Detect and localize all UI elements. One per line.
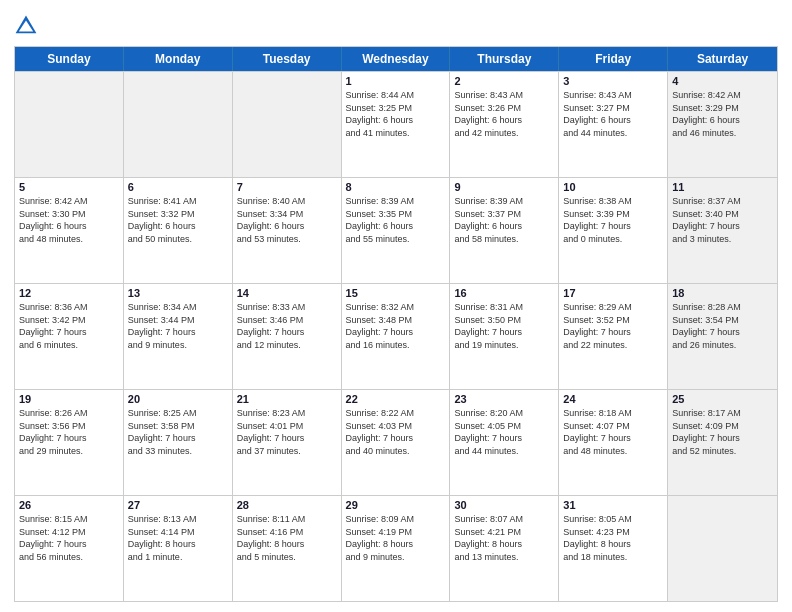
calendar-cell: 12Sunrise: 8:36 AM Sunset: 3:42 PM Dayli… [15,284,124,389]
calendar-week: 26Sunrise: 8:15 AM Sunset: 4:12 PM Dayli… [15,495,777,601]
day-number: 21 [237,393,337,405]
day-info: Sunrise: 8:15 AM Sunset: 4:12 PM Dayligh… [19,513,119,563]
day-number: 1 [346,75,446,87]
calendar-cell: 17Sunrise: 8:29 AM Sunset: 3:52 PM Dayli… [559,284,668,389]
day-info: Sunrise: 8:44 AM Sunset: 3:25 PM Dayligh… [346,89,446,139]
header-day: Wednesday [342,47,451,71]
day-info: Sunrise: 8:43 AM Sunset: 3:27 PM Dayligh… [563,89,663,139]
calendar-cell: 8Sunrise: 8:39 AM Sunset: 3:35 PM Daylig… [342,178,451,283]
calendar-week: 19Sunrise: 8:26 AM Sunset: 3:56 PM Dayli… [15,389,777,495]
calendar-cell: 20Sunrise: 8:25 AM Sunset: 3:58 PM Dayli… [124,390,233,495]
calendar-cell [668,496,777,601]
day-number: 18 [672,287,773,299]
day-info: Sunrise: 8:42 AM Sunset: 3:29 PM Dayligh… [672,89,773,139]
logo [14,14,42,38]
day-number: 3 [563,75,663,87]
day-info: Sunrise: 8:31 AM Sunset: 3:50 PM Dayligh… [454,301,554,351]
header-day: Sunday [15,47,124,71]
calendar-cell: 4Sunrise: 8:42 AM Sunset: 3:29 PM Daylig… [668,72,777,177]
calendar-cell: 11Sunrise: 8:37 AM Sunset: 3:40 PM Dayli… [668,178,777,283]
header-day: Tuesday [233,47,342,71]
day-number: 27 [128,499,228,511]
day-number: 19 [19,393,119,405]
header-day: Saturday [668,47,777,71]
day-info: Sunrise: 8:26 AM Sunset: 3:56 PM Dayligh… [19,407,119,457]
calendar-cell: 29Sunrise: 8:09 AM Sunset: 4:19 PM Dayli… [342,496,451,601]
day-number: 12 [19,287,119,299]
day-number: 16 [454,287,554,299]
calendar-cell: 19Sunrise: 8:26 AM Sunset: 3:56 PM Dayli… [15,390,124,495]
calendar-cell: 10Sunrise: 8:38 AM Sunset: 3:39 PM Dayli… [559,178,668,283]
day-number: 2 [454,75,554,87]
calendar-cell: 22Sunrise: 8:22 AM Sunset: 4:03 PM Dayli… [342,390,451,495]
day-number: 14 [237,287,337,299]
day-number: 11 [672,181,773,193]
calendar-body: 1Sunrise: 8:44 AM Sunset: 3:25 PM Daylig… [15,71,777,601]
day-number: 13 [128,287,228,299]
day-number: 5 [19,181,119,193]
day-info: Sunrise: 8:09 AM Sunset: 4:19 PM Dayligh… [346,513,446,563]
day-number: 8 [346,181,446,193]
page: SundayMondayTuesdayWednesdayThursdayFrid… [0,0,792,612]
calendar-cell: 2Sunrise: 8:43 AM Sunset: 3:26 PM Daylig… [450,72,559,177]
calendar-cell: 31Sunrise: 8:05 AM Sunset: 4:23 PM Dayli… [559,496,668,601]
calendar-cell: 24Sunrise: 8:18 AM Sunset: 4:07 PM Dayli… [559,390,668,495]
day-info: Sunrise: 8:33 AM Sunset: 3:46 PM Dayligh… [237,301,337,351]
day-info: Sunrise: 8:43 AM Sunset: 3:26 PM Dayligh… [454,89,554,139]
calendar-cell: 23Sunrise: 8:20 AM Sunset: 4:05 PM Dayli… [450,390,559,495]
day-number: 7 [237,181,337,193]
calendar-cell: 18Sunrise: 8:28 AM Sunset: 3:54 PM Dayli… [668,284,777,389]
day-info: Sunrise: 8:39 AM Sunset: 3:35 PM Dayligh… [346,195,446,245]
calendar-cell: 21Sunrise: 8:23 AM Sunset: 4:01 PM Dayli… [233,390,342,495]
calendar-cell [233,72,342,177]
logo-icon [14,14,38,38]
day-info: Sunrise: 8:36 AM Sunset: 3:42 PM Dayligh… [19,301,119,351]
day-info: Sunrise: 8:42 AM Sunset: 3:30 PM Dayligh… [19,195,119,245]
day-number: 25 [672,393,773,405]
header [14,10,778,38]
day-number: 23 [454,393,554,405]
day-number: 26 [19,499,119,511]
day-info: Sunrise: 8:22 AM Sunset: 4:03 PM Dayligh… [346,407,446,457]
header-day: Monday [124,47,233,71]
day-number: 30 [454,499,554,511]
calendar-week: 12Sunrise: 8:36 AM Sunset: 3:42 PM Dayli… [15,283,777,389]
calendar-cell: 30Sunrise: 8:07 AM Sunset: 4:21 PM Dayli… [450,496,559,601]
day-number: 22 [346,393,446,405]
calendar-cell: 27Sunrise: 8:13 AM Sunset: 4:14 PM Dayli… [124,496,233,601]
day-info: Sunrise: 8:17 AM Sunset: 4:09 PM Dayligh… [672,407,773,457]
header-day: Friday [559,47,668,71]
day-number: 28 [237,499,337,511]
day-info: Sunrise: 8:13 AM Sunset: 4:14 PM Dayligh… [128,513,228,563]
calendar-week: 5Sunrise: 8:42 AM Sunset: 3:30 PM Daylig… [15,177,777,283]
day-number: 6 [128,181,228,193]
calendar-cell [124,72,233,177]
calendar-cell: 13Sunrise: 8:34 AM Sunset: 3:44 PM Dayli… [124,284,233,389]
day-number: 29 [346,499,446,511]
calendar: SundayMondayTuesdayWednesdayThursdayFrid… [14,46,778,602]
day-info: Sunrise: 8:25 AM Sunset: 3:58 PM Dayligh… [128,407,228,457]
calendar-header: SundayMondayTuesdayWednesdayThursdayFrid… [15,47,777,71]
header-day: Thursday [450,47,559,71]
day-info: Sunrise: 8:32 AM Sunset: 3:48 PM Dayligh… [346,301,446,351]
day-info: Sunrise: 8:34 AM Sunset: 3:44 PM Dayligh… [128,301,228,351]
day-info: Sunrise: 8:23 AM Sunset: 4:01 PM Dayligh… [237,407,337,457]
day-number: 4 [672,75,773,87]
day-number: 20 [128,393,228,405]
day-info: Sunrise: 8:40 AM Sunset: 3:34 PM Dayligh… [237,195,337,245]
calendar-cell: 25Sunrise: 8:17 AM Sunset: 4:09 PM Dayli… [668,390,777,495]
day-info: Sunrise: 8:07 AM Sunset: 4:21 PM Dayligh… [454,513,554,563]
calendar-cell: 3Sunrise: 8:43 AM Sunset: 3:27 PM Daylig… [559,72,668,177]
calendar-cell: 5Sunrise: 8:42 AM Sunset: 3:30 PM Daylig… [15,178,124,283]
day-number: 15 [346,287,446,299]
day-number: 24 [563,393,663,405]
day-number: 31 [563,499,663,511]
calendar-cell [15,72,124,177]
calendar-cell: 6Sunrise: 8:41 AM Sunset: 3:32 PM Daylig… [124,178,233,283]
day-info: Sunrise: 8:05 AM Sunset: 4:23 PM Dayligh… [563,513,663,563]
day-info: Sunrise: 8:38 AM Sunset: 3:39 PM Dayligh… [563,195,663,245]
calendar-cell: 26Sunrise: 8:15 AM Sunset: 4:12 PM Dayli… [15,496,124,601]
calendar-week: 1Sunrise: 8:44 AM Sunset: 3:25 PM Daylig… [15,71,777,177]
calendar-cell: 9Sunrise: 8:39 AM Sunset: 3:37 PM Daylig… [450,178,559,283]
day-info: Sunrise: 8:11 AM Sunset: 4:16 PM Dayligh… [237,513,337,563]
